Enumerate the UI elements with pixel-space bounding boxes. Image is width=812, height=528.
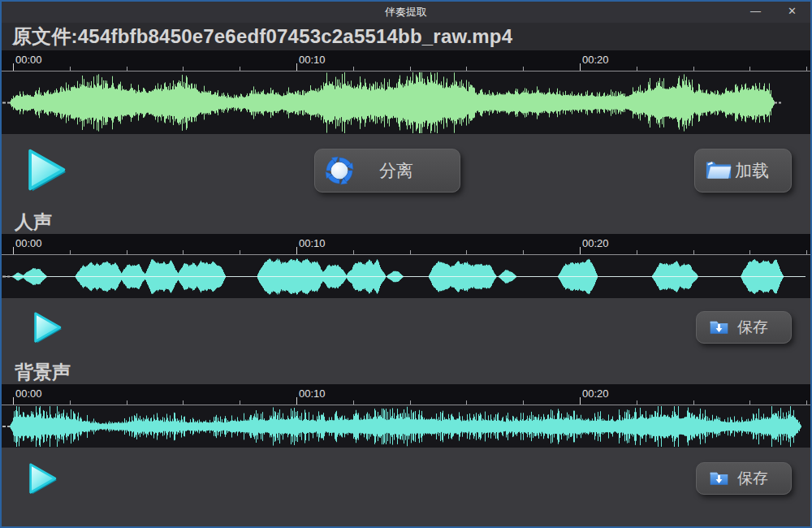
timeline-tick-minor xyxy=(127,400,127,405)
timeline-vocals[interactable]: 00:0000:1000:20 xyxy=(2,234,810,255)
save-vocals-button[interactable]: 保存 xyxy=(696,311,792,344)
timeline-tick-minor xyxy=(637,250,637,254)
timeline-tick-major xyxy=(13,63,14,71)
timeline-tick-minor xyxy=(240,400,240,405)
play-vocals-button[interactable] xyxy=(28,309,63,345)
timeline-tick-minor xyxy=(410,250,411,254)
timeline-tick-minor xyxy=(240,250,240,254)
timeline-tick-minor xyxy=(410,400,411,405)
load-button[interactable]: 加载 xyxy=(694,149,792,193)
timeline-label: 00:10 xyxy=(299,54,326,66)
timeline-label: 00:20 xyxy=(582,237,609,249)
waveform-original[interactable] xyxy=(2,71,810,134)
folder-download-icon xyxy=(708,317,730,339)
timeline-tick-minor xyxy=(127,250,127,254)
timeline-tick-minor xyxy=(806,400,807,405)
timeline-label: 00:20 xyxy=(582,387,609,400)
separate-button[interactable]: 分离 xyxy=(314,149,460,193)
timeline-tick-minor xyxy=(806,250,807,254)
timeline-tick-minor xyxy=(749,400,750,405)
timeline-tick-minor xyxy=(240,67,240,71)
timeline-original[interactable]: 00:0000:1000:20 xyxy=(2,50,810,71)
waveform-vocals[interactable] xyxy=(2,255,810,298)
timeline-tick-minor xyxy=(693,250,694,254)
timeline-tick-minor xyxy=(353,400,354,405)
timeline-tick-minor xyxy=(693,400,694,405)
timeline-tick-minor xyxy=(466,250,467,254)
timeline-tick-major xyxy=(13,397,14,405)
timeline-label: 00:00 xyxy=(15,387,42,400)
original-controls-row: 分离 加载 xyxy=(2,145,810,197)
separate-button-label: 分离 xyxy=(361,159,413,182)
app-window: 伴奏提取 — ✕ 原文件:454fbfb8450e7e6edf07453c2a5… xyxy=(0,0,812,528)
timeline-label: 00:10 xyxy=(299,237,326,249)
original-wave-panel: 00:0000:1000:20 xyxy=(2,50,810,134)
timeline-label: 00:10 xyxy=(299,387,326,400)
background-heading: 背景声 xyxy=(2,360,810,384)
background-wave-panel: 00:0000:1000:20 xyxy=(2,384,810,448)
timeline-tick-minor xyxy=(353,250,354,254)
timeline-background[interactable]: 00:0000:1000:20 xyxy=(2,384,810,405)
timeline-tick-minor xyxy=(523,400,524,405)
vocals-controls-row: 保存 xyxy=(2,308,810,347)
timeline-tick-minor xyxy=(637,67,637,71)
folder-open-icon xyxy=(705,159,732,183)
timeline-tick-major xyxy=(296,247,297,254)
timeline-label: 00:00 xyxy=(15,54,42,66)
timeline-label: 00:00 xyxy=(15,237,42,249)
timeline-tick-minor xyxy=(70,67,71,71)
timeline-tick-minor xyxy=(183,67,184,71)
timeline-tick-minor xyxy=(466,67,467,71)
timeline-tick-major xyxy=(296,63,297,71)
timeline-tick-major xyxy=(580,247,581,254)
save-background-button[interactable]: 保存 xyxy=(696,462,792,495)
vocals-wave-panel: 00:0000:1000:20 xyxy=(2,234,810,298)
timeline-tick-minor xyxy=(353,67,354,71)
play-icon xyxy=(28,309,63,345)
background-controls-row: 保存 xyxy=(2,456,810,498)
folder-download-icon xyxy=(708,468,730,490)
play-background-button[interactable] xyxy=(23,461,58,496)
timeline-tick-major xyxy=(296,397,297,405)
timeline-tick-minor xyxy=(70,400,71,405)
play-icon xyxy=(19,145,68,194)
timeline-tick-minor xyxy=(806,67,807,71)
vocals-heading: 人声 xyxy=(2,210,810,234)
timeline-tick-minor xyxy=(70,250,71,254)
timeline-tick-minor xyxy=(410,67,411,71)
titlebar: 伴奏提取 — ✕ xyxy=(2,2,810,23)
window-controls: — ✕ xyxy=(737,2,810,23)
timeline-label: 00:20 xyxy=(582,54,609,66)
timeline-tick-minor xyxy=(127,67,127,71)
play-icon xyxy=(23,461,58,496)
timeline-tick-minor xyxy=(466,400,467,405)
timeline-tick-minor xyxy=(183,400,184,405)
timeline-tick-minor xyxy=(523,67,524,71)
window-title: 伴奏提取 xyxy=(2,5,810,19)
timeline-tick-minor xyxy=(183,250,184,254)
play-original-button[interactable] xyxy=(19,145,68,194)
timeline-tick-minor xyxy=(749,250,750,254)
timeline-tick-major xyxy=(580,63,581,71)
timeline-tick-major xyxy=(13,247,14,254)
waveform-background[interactable] xyxy=(2,405,810,448)
source-file-label: 原文件:454fbfb8450e7e6edf07453c2a5514bb_raw… xyxy=(2,23,810,50)
timeline-tick-major xyxy=(580,397,581,405)
minimize-button[interactable]: — xyxy=(737,2,774,23)
sync-arrows-icon xyxy=(325,156,354,185)
close-button[interactable]: ✕ xyxy=(774,2,810,23)
timeline-tick-minor xyxy=(693,67,694,71)
timeline-tick-minor xyxy=(523,250,524,254)
timeline-tick-minor xyxy=(637,400,637,405)
timeline-tick-minor xyxy=(749,67,750,71)
